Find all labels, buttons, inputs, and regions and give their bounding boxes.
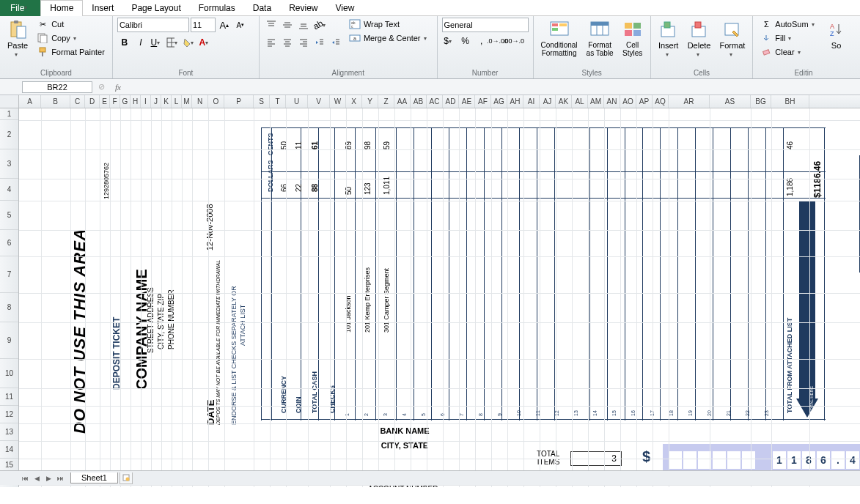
cell-styles-button[interactable]: Cell Styles xyxy=(620,18,646,59)
col-header[interactable]: AO xyxy=(620,95,636,108)
col-header[interactable]: AM xyxy=(588,95,604,108)
wrap-text-button[interactable]: abcWrap Text xyxy=(346,18,433,31)
col-header[interactable]: AS xyxy=(710,95,751,108)
col-header[interactable]: F xyxy=(110,95,120,108)
align-bottom-button[interactable] xyxy=(296,18,311,32)
col-header[interactable]: AE xyxy=(459,95,475,108)
col-header[interactable]: E xyxy=(100,95,110,108)
cells-area[interactable]: DO NOT USE THIS AREA 1292805762 DEPOSIT … xyxy=(19,108,860,487)
col-header[interactable]: N xyxy=(192,95,208,108)
format-as-table-button[interactable]: Format as Table xyxy=(584,18,617,59)
col-header[interactable]: A xyxy=(19,95,41,108)
tab-nav-next[interactable]: ▶ xyxy=(43,472,54,484)
tab-home[interactable]: Home xyxy=(40,0,83,16)
col-header[interactable]: BH xyxy=(771,95,809,108)
tab-nav-prev[interactable]: ◀ xyxy=(31,472,43,484)
col-header[interactable]: B xyxy=(41,95,70,108)
formula-input[interactable] xyxy=(127,80,860,94)
col-header[interactable]: X xyxy=(346,95,362,108)
row-header[interactable]: 12 xyxy=(0,406,18,423)
align-left-button[interactable] xyxy=(264,35,279,50)
col-header[interactable]: O xyxy=(208,95,224,108)
number-format-select[interactable] xyxy=(442,18,529,32)
insert-cells-button[interactable]: Insert▾ xyxy=(655,18,682,59)
tab-nav-first[interactable]: ⏮ xyxy=(19,472,31,484)
border-button[interactable]: ▾ xyxy=(166,35,180,50)
currency-button[interactable]: $▾ xyxy=(442,34,457,48)
orientation-button[interactable]: ab▾ xyxy=(312,18,327,32)
copy-button[interactable]: Copy▾ xyxy=(34,32,108,45)
row-header[interactable]: 7 xyxy=(0,256,18,293)
align-center-button[interactable] xyxy=(280,35,295,50)
row-header[interactable]: 9 xyxy=(0,322,18,359)
col-header[interactable]: AR xyxy=(669,95,710,108)
row-header[interactable]: 13 xyxy=(0,423,18,441)
col-header[interactable]: AF xyxy=(475,95,491,108)
col-header[interactable]: AQ xyxy=(653,95,669,108)
col-header[interactable]: AP xyxy=(636,95,653,108)
col-header[interactable]: BG xyxy=(751,95,771,108)
autosum-button[interactable]: ΣAutoSum▾ xyxy=(757,18,820,31)
underline-button[interactable]: U▾ xyxy=(150,35,164,50)
col-header[interactable]: V xyxy=(308,95,330,108)
col-header[interactable]: AL xyxy=(572,95,588,108)
font-size-select[interactable] xyxy=(191,18,216,32)
col-header[interactable]: AJ xyxy=(540,95,556,108)
conditional-formatting-button[interactable]: Conditional Formatting xyxy=(538,18,581,59)
tab-pagelayout[interactable]: Page Layout xyxy=(122,0,189,16)
col-header[interactable]: M xyxy=(182,95,192,108)
tab-data[interactable]: Data xyxy=(244,0,280,16)
col-header[interactable]: D xyxy=(85,95,100,108)
col-header[interactable]: S xyxy=(254,95,270,108)
format-painter-button[interactable]: Format Painter xyxy=(34,45,108,59)
file-tab[interactable]: File ▾ xyxy=(0,0,40,16)
row-header[interactable]: 6 xyxy=(0,230,18,256)
row-header[interactable]: 4 xyxy=(0,179,18,201)
tab-formulas[interactable]: Formulas xyxy=(190,0,244,16)
fill-color-button[interactable]: ▾ xyxy=(182,35,196,50)
col-header[interactable]: AC xyxy=(427,95,443,108)
row-header[interactable]: 10 xyxy=(0,359,18,388)
clear-button[interactable]: Clear▾ xyxy=(757,45,820,59)
tab-insert[interactable]: Insert xyxy=(83,0,122,16)
paste-button[interactable]: Paste▾ xyxy=(4,18,31,59)
grow-font-button[interactable]: A▴ xyxy=(217,18,232,32)
format-cells-button[interactable]: Format▾ xyxy=(716,18,748,59)
row-header[interactable]: 17 xyxy=(0,485,18,487)
col-header[interactable]: J xyxy=(151,95,161,108)
col-header[interactable]: U xyxy=(286,95,308,108)
delete-cells-button[interactable]: Delete▾ xyxy=(685,18,714,59)
col-header[interactable]: I xyxy=(141,95,151,108)
col-header[interactable]: AG xyxy=(491,95,507,108)
col-header[interactable]: C xyxy=(70,95,85,108)
col-header[interactable]: AB xyxy=(411,95,427,108)
merge-center-button[interactable]: aMerge & Center▾ xyxy=(346,32,433,45)
row-header[interactable]: 5 xyxy=(0,201,18,230)
row-header[interactable]: 11 xyxy=(0,388,18,406)
align-middle-button[interactable] xyxy=(280,18,295,32)
col-header[interactable]: AH xyxy=(507,95,523,108)
font-color-button[interactable]: A▾ xyxy=(198,35,213,50)
col-header[interactable]: Z xyxy=(378,95,394,108)
align-top-button[interactable] xyxy=(264,18,279,32)
shrink-font-button[interactable]: A▾ xyxy=(233,18,248,32)
col-header[interactable]: Y xyxy=(362,95,378,108)
increase-indent-button[interactable] xyxy=(328,35,343,50)
decrease-decimal-button[interactable]: .00→.0 xyxy=(507,34,521,48)
col-header[interactable]: AI xyxy=(523,95,540,108)
row-header[interactable]: 2 xyxy=(0,120,18,149)
row-header[interactable]: 8 xyxy=(0,293,18,322)
font-name-select[interactable] xyxy=(117,18,189,32)
tab-nav-last[interactable]: ⏭ xyxy=(54,472,66,484)
bold-button[interactable]: B xyxy=(117,35,132,50)
col-header[interactable]: H xyxy=(131,95,141,108)
tab-review[interactable]: Review xyxy=(280,0,326,16)
col-header[interactable]: AN xyxy=(604,95,620,108)
col-header[interactable]: L xyxy=(172,95,182,108)
col-header[interactable]: P xyxy=(224,95,254,108)
col-header[interactable]: AD xyxy=(443,95,459,108)
col-header[interactable]: W xyxy=(330,95,346,108)
row-header[interactable]: 3 xyxy=(0,149,18,179)
col-header[interactable]: T xyxy=(270,95,286,108)
decrease-indent-button[interactable] xyxy=(312,35,327,50)
